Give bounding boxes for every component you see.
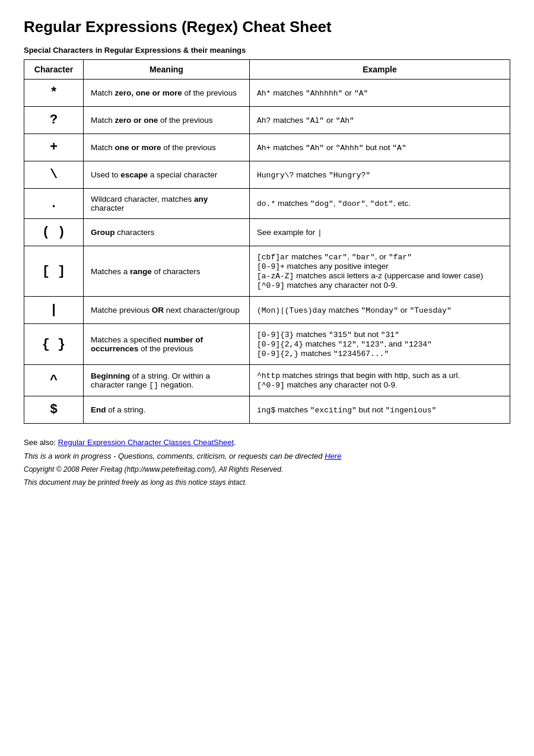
col-header-meaning: Meaning — [84, 60, 250, 80]
copyright-line2: This document may be printed freely as l… — [24, 478, 510, 487]
table-row: { }Matches a specified number of occurre… — [24, 324, 510, 365]
table-row: ?Match zero or one of the previousAh? ma… — [24, 107, 510, 134]
char-cell: | — [24, 297, 84, 324]
meaning-cell: Beginning of a string. Or within a chara… — [84, 365, 250, 396]
col-header-character: Character — [24, 60, 84, 80]
table-row: *Match zero, one or more of the previous… — [24, 80, 510, 107]
meaning-cell: Group characters — [84, 219, 250, 246]
meaning-cell: Matches a specified number of occurrence… — [84, 324, 250, 365]
meaning-cell: Matche previous OR next character/group — [84, 297, 250, 324]
page-title: Regular Expressions (Regex) Cheat Sheet — [24, 18, 510, 36]
char-cell: \ — [24, 161, 84, 189]
meaning-cell: Match one or more of the previous — [84, 134, 250, 161]
work-in-progress-line: This is a work in progress - Questions, … — [24, 452, 510, 460]
see-also-link[interactable]: Regular Expression Character Classes Che… — [58, 438, 234, 447]
table-row: |Matche previous OR next character/group… — [24, 297, 510, 324]
char-cell: ^ — [24, 365, 84, 396]
char-cell: . — [24, 189, 84, 219]
char-cell: $ — [24, 396, 84, 424]
example-cell: ^http matches strings that begin with ht… — [250, 365, 510, 396]
example-cell: [cbf]ar matches "car", "bar", or "far"[0… — [250, 246, 510, 297]
table-row: ^Beginning of a string. Or within a char… — [24, 365, 510, 396]
char-cell: + — [24, 134, 84, 161]
example-cell: (Mon)|(Tues)day matches "Monday" or "Tue… — [250, 297, 510, 324]
see-also-line: See also: Regular Expression Character C… — [24, 438, 510, 447]
char-cell: { } — [24, 324, 84, 365]
meaning-cell: End of a string. — [84, 396, 250, 424]
char-cell: ( ) — [24, 219, 84, 246]
example-cell: Hungry\? matches "Hungry?" — [250, 161, 510, 189]
table-subtitle: Special Characters in Regular Expression… — [24, 46, 510, 55]
regex-table: Character Meaning Example *Match zero, o… — [24, 59, 510, 424]
char-cell: [ ] — [24, 246, 84, 297]
footer: See also: Regular Expression Character C… — [24, 438, 510, 487]
meaning-cell: Used to escape a special character — [84, 161, 250, 189]
meaning-cell: Match zero, one or more of the previous — [84, 80, 250, 107]
table-row: .Wildcard character, matches any charact… — [24, 189, 510, 219]
copyright-line1: Copyright © 2008 Peter Freitag (http://w… — [24, 465, 510, 474]
example-cell: See example for | — [250, 219, 510, 246]
char-cell: * — [24, 80, 84, 107]
example-cell: do.* matches "dog", "door", "dot", etc. — [250, 189, 510, 219]
example-cell: Ah? matches "Al" or "Ah" — [250, 107, 510, 134]
example-cell: ing$ matches "exciting" but not "ingenio… — [250, 396, 510, 424]
char-cell: ? — [24, 107, 84, 134]
example-cell: Ah+ matches "Ah" or "Ahhh" but not "A" — [250, 134, 510, 161]
col-header-example: Example — [250, 60, 510, 80]
here-link[interactable]: Here — [325, 452, 341, 460]
meaning-cell: Wildcard character, matches any characte… — [84, 189, 250, 219]
example-cell: [0-9]{3} matches "315" but not "31"[0-9]… — [250, 324, 510, 365]
meaning-cell: Match zero or one of the previous — [84, 107, 250, 134]
table-row: +Match one or more of the previousAh+ ma… — [24, 134, 510, 161]
table-row: [ ]Matches a range of characters[cbf]ar … — [24, 246, 510, 297]
table-row: $End of a string.ing$ matches "exciting"… — [24, 396, 510, 424]
table-row: \Used to escape a special characterHungr… — [24, 161, 510, 189]
meaning-cell: Matches a range of characters — [84, 246, 250, 297]
table-row: ( )Group charactersSee example for | — [24, 219, 510, 246]
example-cell: Ah* matches "Ahhhhh" or "A" — [250, 80, 510, 107]
